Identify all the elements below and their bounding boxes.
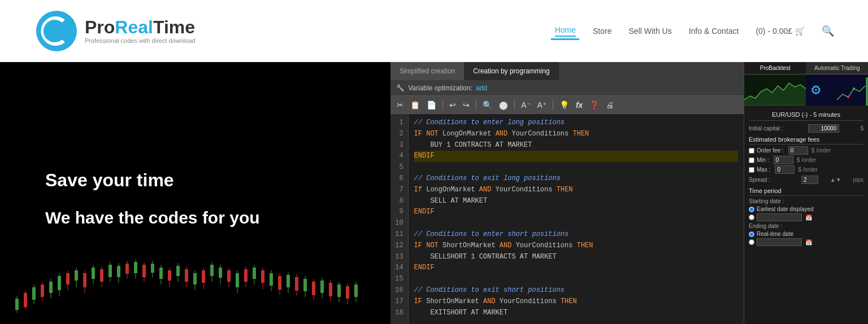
cart-area[interactable]: (0) - 0.00£ 🛒 xyxy=(756,27,805,36)
starting-date-row: Starting date : xyxy=(749,197,863,205)
toolbar-fx[interactable]: fx xyxy=(574,99,584,111)
logo-area: ProRealTime Professional codes with dire… xyxy=(34,8,196,54)
end-date-radio[interactable] xyxy=(749,239,754,245)
max-unit: $ /order xyxy=(798,167,817,173)
min-input[interactable] xyxy=(774,156,793,164)
toolbar-undo[interactable]: ↩ xyxy=(448,99,458,111)
main-nav: Home Store Sell With Us Info & Contact (… xyxy=(555,25,834,37)
order-fee-checkbox[interactable] xyxy=(749,148,754,154)
svg-rect-18 xyxy=(83,273,86,287)
code-line-10 xyxy=(414,218,738,229)
start-date-radio[interactable] xyxy=(749,214,754,220)
sidebar-tabs: ProBacktest Automatic Trading xyxy=(744,62,868,75)
code-line-15 xyxy=(414,274,738,285)
nav-sell-with-us[interactable]: Sell With Us xyxy=(628,27,671,36)
logo-title: ProRealTime xyxy=(85,18,196,36)
svg-rect-32 xyxy=(142,265,146,277)
sidebar-chart-left xyxy=(744,75,806,105)
toolbar-redo[interactable]: ↪ xyxy=(461,99,471,111)
code-content[interactable]: // Conditions to enter long positions IF… xyxy=(409,114,744,324)
max-checkbox[interactable] xyxy=(749,167,754,173)
svg-rect-52 xyxy=(227,270,231,282)
order-fee-row: Order fee : $ /order xyxy=(749,146,863,155)
start-cal-icon[interactable]: 📅 xyxy=(805,214,812,221)
svg-rect-22 xyxy=(100,269,103,282)
svg-rect-66 xyxy=(287,275,290,287)
earliest-date-row: Earliest date displayed xyxy=(749,205,863,213)
min-unit: $ /order xyxy=(797,157,816,163)
toolbar-font-increase[interactable]: A⁺ xyxy=(536,99,548,111)
code-line-17: IF ShortOnMarket AND YourConditions THEN xyxy=(414,296,738,308)
code-line-11: // Conditions to enter short positions xyxy=(414,229,738,240)
svg-rect-68 xyxy=(295,277,298,291)
tab-simplified[interactable]: Simplified creation xyxy=(390,62,464,80)
editor-sidebar: ProBacktest Automatic Trading xyxy=(744,62,868,324)
svg-rect-36 xyxy=(159,268,163,279)
toolbar-circle[interactable]: ⬤ xyxy=(497,99,510,111)
toolbar-paste[interactable]: 📄 xyxy=(425,99,438,111)
svg-rect-26 xyxy=(117,266,120,277)
earliest-radio[interactable] xyxy=(749,207,754,212)
svg-rect-44 xyxy=(193,273,197,284)
time-period-title: Time period xyxy=(749,185,863,196)
start-date-input[interactable]: 2017-sep-24 20:48:39 xyxy=(757,213,802,221)
max-row: Max : $ /order xyxy=(749,165,863,174)
hero-text-area: Save your time We have the codes for you xyxy=(0,62,390,324)
end-cal-icon[interactable]: 📅 xyxy=(805,239,812,246)
tab-programming[interactable]: Creation by programming xyxy=(464,62,558,80)
toolbar-font-decrease[interactable]: A⁻ xyxy=(519,99,532,111)
sidebar-tab-backtest[interactable]: ProBacktest xyxy=(744,62,806,74)
svg-rect-20 xyxy=(92,268,95,279)
realtime-label: Real-time date xyxy=(757,231,793,237)
order-fee-unit: $ /order xyxy=(811,147,831,154)
svg-rect-30 xyxy=(134,262,137,273)
svg-rect-12 xyxy=(58,276,61,290)
toolbar-search[interactable]: 🔍 xyxy=(481,99,494,111)
var-opt-add[interactable]: add xyxy=(476,84,487,92)
code-line-4: ENDIF xyxy=(414,151,738,162)
min-label: Min : xyxy=(757,157,769,163)
code-line-18: EXITSHORT AT MARKET xyxy=(414,308,738,319)
nav-info-contact[interactable]: Info & Contact xyxy=(689,27,739,36)
svg-rect-14 xyxy=(66,273,70,284)
toolbar-print[interactable]: 🖨 xyxy=(604,99,615,111)
svg-rect-42 xyxy=(185,269,188,282)
svg-rect-38 xyxy=(168,270,171,281)
min-row: Min : $ /order xyxy=(749,155,863,165)
sidebar-tab-auto[interactable]: Automatic Trading xyxy=(806,62,868,74)
code-line-14: ENDIF xyxy=(414,262,738,274)
nav-store[interactable]: Store xyxy=(593,27,611,36)
min-checkbox[interactable] xyxy=(749,157,754,163)
editor-toolbar: ✂ 📋 📄 ↩ ↪ 🔍 ⬤ A⁻ A⁺ 💡 fx ❓ 🖨 xyxy=(390,96,744,114)
realtime-radio[interactable] xyxy=(749,231,754,237)
toolbar-cut[interactable]: ✂ xyxy=(395,99,405,111)
max-input[interactable] xyxy=(775,165,795,174)
svg-rect-78 xyxy=(337,284,341,297)
toolbar-help[interactable]: ❓ xyxy=(588,99,601,111)
candlestick-chart xyxy=(0,251,362,324)
end-date-row: 2017-sep-24 20:48:39 📅 xyxy=(749,238,863,247)
toolbar-lightbulb[interactable]: 💡 xyxy=(558,99,571,111)
toolbar-copy[interactable]: 📋 xyxy=(409,99,422,111)
code-line-8: SELL AT MARKET xyxy=(414,196,738,207)
hero-subtitle: We have the codes for you xyxy=(45,208,368,228)
code-line-1: // Conditions to enter long positions xyxy=(414,117,738,129)
initial-capital-unit: $ xyxy=(860,125,863,132)
order-fee-input[interactable] xyxy=(788,146,808,155)
end-date-input[interactable]: 2017-sep-24 20:48:39 xyxy=(757,238,802,246)
sidebar-pair-info: EUR/USD (-) - 5 minutes xyxy=(749,109,863,121)
search-icon[interactable]: 🔍 xyxy=(822,25,834,37)
initial-capital-input[interactable] xyxy=(808,124,839,133)
brokerage-title: Estimated brokerage fees xyxy=(749,134,863,145)
svg-rect-2 xyxy=(15,299,19,310)
svg-rect-10 xyxy=(49,282,53,293)
spread-input[interactable] xyxy=(801,176,818,184)
svg-rect-50 xyxy=(219,268,222,278)
editor-main: Simplified creation Creation by programm… xyxy=(390,62,744,324)
code-line-13: SELLSHORT 1 CONTRACTS AT MARKET xyxy=(414,252,738,263)
spread-row: Spread : ▲▼ pips xyxy=(749,174,863,185)
code-line-2: IF NOT LongOnMarket AND YourConditions T… xyxy=(414,129,738,140)
svg-rect-40 xyxy=(176,266,180,276)
svg-rect-28 xyxy=(125,264,129,274)
nav-home[interactable]: Home xyxy=(555,25,576,37)
